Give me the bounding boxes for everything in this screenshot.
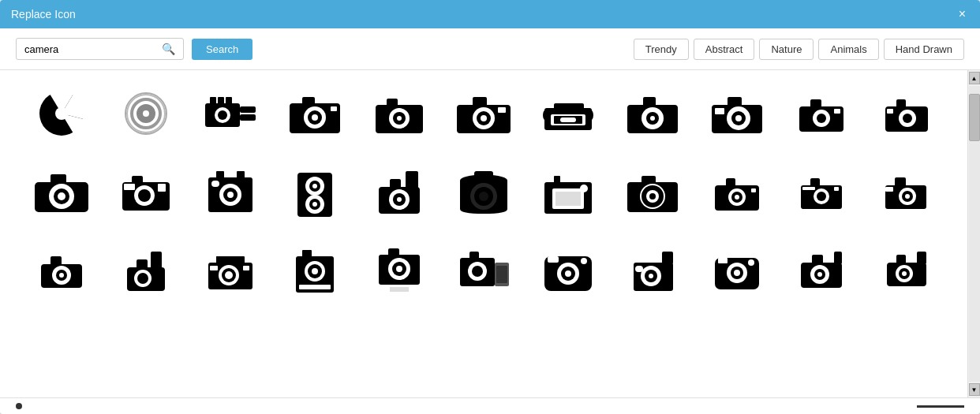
filter-animals[interactable]: Animals xyxy=(818,39,878,60)
svg-point-164 xyxy=(581,258,587,264)
svg-rect-50 xyxy=(810,99,821,108)
svg-rect-118 xyxy=(895,177,906,187)
svg-rect-60 xyxy=(50,174,66,184)
filter-buttons: Trendy Abstract Nature Animals Hand Draw… xyxy=(634,39,964,60)
filter-nature[interactable]: Nature xyxy=(759,39,814,60)
svg-rect-68 xyxy=(158,184,166,192)
svg-point-114 xyxy=(817,192,826,201)
svg-rect-71 xyxy=(216,171,224,179)
icon-aperture[interactable] xyxy=(24,78,100,149)
icon-compact-1[interactable] xyxy=(277,78,353,149)
svg-rect-130 xyxy=(151,252,162,269)
icon-compact-top[interactable] xyxy=(24,236,100,307)
icon-flash-compact[interactable] xyxy=(108,236,185,307)
svg-rect-146 xyxy=(299,285,331,289)
svg-rect-155 xyxy=(469,252,479,259)
icon-spiral[interactable] xyxy=(108,78,185,149)
svg-rect-69 xyxy=(124,184,135,190)
scroll-up-button[interactable]: ▲ xyxy=(969,72,980,84)
svg-point-24 xyxy=(397,116,402,121)
svg-rect-39 xyxy=(643,97,656,106)
icon-dslr-3[interactable] xyxy=(698,78,775,149)
search-button[interactable]: Search xyxy=(192,39,252,60)
filter-abstract[interactable]: Abstract xyxy=(694,39,755,60)
svg-point-138 xyxy=(225,271,233,279)
search-input[interactable] xyxy=(24,43,157,55)
scrollbar: ▲ ▼ xyxy=(967,70,980,397)
svg-point-67 xyxy=(138,189,151,202)
scroll-down-button[interactable]: ▼ xyxy=(969,383,980,396)
svg-rect-116 xyxy=(802,187,815,190)
icon-small-2[interactable] xyxy=(867,78,944,149)
page-dot-1[interactable] xyxy=(16,403,22,409)
svg-rect-8 xyxy=(240,114,256,121)
scroll-thumb[interactable] xyxy=(969,94,980,141)
svg-rect-34 xyxy=(554,103,584,111)
icon-compact-s2[interactable] xyxy=(783,157,859,228)
svg-point-104 xyxy=(649,193,656,200)
icon-vintage[interactable] xyxy=(193,236,269,307)
icon-polaroid-side[interactable] xyxy=(446,236,522,307)
icon-compact-lens[interactable] xyxy=(783,236,859,307)
search-icon: 🔍 xyxy=(162,43,175,55)
icon-box-camera[interactable] xyxy=(193,157,269,228)
svg-point-145 xyxy=(312,268,318,274)
svg-point-18 xyxy=(312,114,318,121)
svg-rect-26 xyxy=(473,97,487,106)
dialog-header: Replace Icon × xyxy=(0,0,980,28)
svg-rect-167 xyxy=(662,252,673,264)
icon-compact-retro[interactable] xyxy=(108,157,185,228)
svg-point-127 xyxy=(59,273,64,278)
icon-polaroid-eject[interactable] xyxy=(361,236,438,307)
icon-polaroid-box[interactable] xyxy=(277,236,353,307)
icon-dslr-2[interactable] xyxy=(614,78,690,149)
toolbar: 🔍 Search Trendy Abstract Nature Animals … xyxy=(0,28,980,70)
icon-dslr-front[interactable] xyxy=(24,157,100,228)
svg-rect-95 xyxy=(554,176,560,184)
svg-point-63 xyxy=(58,192,65,200)
icon-small-1[interactable] xyxy=(783,78,859,149)
icon-round-lens[interactable] xyxy=(614,157,690,228)
svg-point-57 xyxy=(903,114,912,123)
icons-grid xyxy=(0,70,967,397)
filter-hand-drawn[interactable]: Hand Drawn xyxy=(884,39,964,60)
svg-rect-76 xyxy=(211,181,219,187)
svg-rect-21 xyxy=(387,99,398,106)
svg-rect-129 xyxy=(137,259,148,269)
svg-point-121 xyxy=(905,194,910,199)
svg-rect-142 xyxy=(302,250,312,258)
svg-rect-53 xyxy=(834,109,840,114)
icon-dslr-1[interactable] xyxy=(446,78,522,149)
bottom-bar xyxy=(0,397,980,414)
icon-flash-camera[interactable] xyxy=(361,157,438,228)
svg-rect-159 xyxy=(496,266,507,283)
close-button[interactable]: × xyxy=(956,6,969,22)
icon-compact-modern[interactable] xyxy=(698,157,775,228)
icon-dslr-black[interactable] xyxy=(446,157,522,228)
icon-instant-square[interactable] xyxy=(529,157,606,228)
svg-rect-177 xyxy=(718,258,728,263)
svg-rect-110 xyxy=(751,188,756,192)
svg-rect-12 xyxy=(218,97,224,105)
svg-point-93 xyxy=(479,192,488,201)
svg-rect-185 xyxy=(896,255,906,264)
icon-video-camera[interactable] xyxy=(193,78,269,149)
svg-point-170 xyxy=(649,274,653,278)
icon-compact-final[interactable] xyxy=(867,236,944,307)
icon-camera-side[interactable] xyxy=(867,157,944,228)
svg-rect-122 xyxy=(885,187,893,192)
icon-box-flash[interactable] xyxy=(614,236,690,307)
icon-compact-2[interactable] xyxy=(361,78,438,149)
search-wrap: 🔍 xyxy=(16,38,184,60)
svg-rect-65 xyxy=(132,176,143,184)
filter-trendy[interactable]: Trendy xyxy=(634,39,689,60)
icon-film-camera[interactable] xyxy=(529,78,606,149)
svg-point-189 xyxy=(902,271,907,276)
svg-rect-33 xyxy=(587,110,593,121)
svg-point-151 xyxy=(396,266,402,272)
icon-twin-lens[interactable] xyxy=(277,157,353,228)
svg-rect-179 xyxy=(812,255,823,264)
icon-instagram[interactable] xyxy=(529,236,606,307)
svg-rect-7 xyxy=(240,106,256,113)
icon-instagram-2[interactable] xyxy=(698,236,775,307)
